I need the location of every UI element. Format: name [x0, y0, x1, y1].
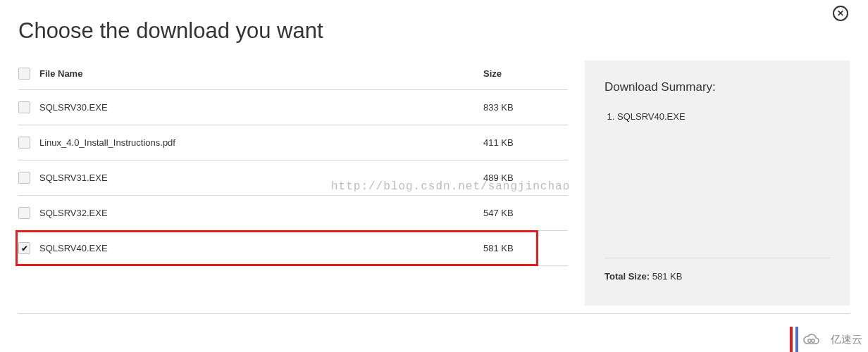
file-checkbox[interactable] [18, 207, 30, 219]
table-row: SQLSRV30.EXE833 KB [18, 90, 568, 125]
table-row: SQLSRV31.EXE489 KB [18, 161, 568, 196]
select-all-checkbox[interactable] [18, 68, 30, 80]
column-header-size: Size [483, 68, 568, 79]
download-summary-panel: Download Summary: SQLSRV40.EXE Total Siz… [585, 61, 850, 306]
file-name: SQLSRV32.EXE [38, 208, 483, 218]
divider [18, 313, 850, 314]
cloud-icon [802, 331, 819, 348]
table-row: SQLSRV32.EXE547 KB [18, 196, 568, 231]
file-checkbox[interactable] [18, 172, 30, 184]
summary-list: SQLSRV40.EXE [604, 111, 830, 122]
table-row: SQLSRV40.EXE581 KB [18, 231, 568, 266]
file-checkbox[interactable] [18, 137, 30, 149]
file-name: SQLSRV30.EXE [38, 102, 483, 113]
file-name: SQLSRV40.EXE [38, 243, 483, 253]
file-name: SQLSRV31.EXE [38, 172, 483, 183]
page-title: Choose the download you want [18, 18, 868, 44]
file-size: 833 KB [483, 102, 568, 113]
file-size: 547 KB [483, 208, 568, 218]
file-name: Linux_4.0_Install_Instructions.pdf [38, 137, 483, 148]
table-row: Linux_4.0_Install_Instructions.pdf411 KB [18, 125, 568, 161]
summary-item: SQLSRV40.EXE [617, 111, 830, 122]
summary-total-value: 581 KB [652, 271, 683, 282]
column-header-name: File Name [38, 68, 483, 79]
file-size: 581 KB [483, 243, 568, 253]
close-button[interactable]: ✕ [833, 6, 848, 21]
file-checkbox[interactable] [18, 242, 30, 254]
file-checkbox[interactable] [18, 101, 30, 113]
brand-corner: 亿速云 [790, 327, 868, 352]
brand-text: 亿速云 [831, 333, 862, 346]
summary-title: Download Summary: [604, 80, 830, 94]
table-header: File Name Size [18, 61, 568, 90]
file-size: 411 KB [483, 137, 568, 148]
svg-point-1 [812, 339, 814, 342]
summary-total-label: Total Size: [604, 271, 650, 282]
summary-total: Total Size: 581 KB [604, 258, 830, 282]
svg-point-0 [808, 339, 811, 342]
file-size: 489 KB [483, 172, 568, 183]
file-list: File Name Size SQLSRV30.EXE833 KBLinux_4… [18, 61, 568, 306]
